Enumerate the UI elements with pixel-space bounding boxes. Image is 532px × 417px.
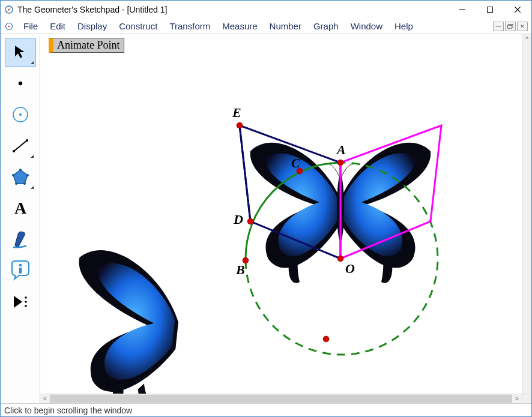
svg-line-30 bbox=[240, 125, 250, 221]
label-E: E bbox=[232, 105, 241, 120]
compass-tool[interactable] bbox=[5, 100, 36, 129]
custom-tool[interactable] bbox=[5, 287, 36, 316]
svg-point-28 bbox=[25, 305, 27, 307]
sketch-canvas[interactable]: Animate Point bbox=[40, 34, 522, 394]
window-controls bbox=[449, 1, 531, 19]
svg-rect-3 bbox=[488, 7, 493, 13]
svg-marker-16 bbox=[13, 170, 28, 184]
svg-point-18 bbox=[26, 174, 29, 176]
mdi-close-button[interactable]: ✕ bbox=[517, 22, 528, 31]
svg-point-20 bbox=[15, 182, 17, 185]
info-tool[interactable] bbox=[5, 256, 36, 285]
svg-point-14 bbox=[13, 150, 15, 152]
straightedge-tool[interactable] bbox=[5, 131, 36, 160]
svg-rect-24 bbox=[19, 268, 22, 274]
marker-tool[interactable] bbox=[5, 225, 36, 254]
svg-point-23 bbox=[19, 264, 22, 267]
svg-text:A: A bbox=[14, 199, 26, 217]
mdi-restore-button[interactable] bbox=[505, 22, 516, 31]
vertical-scrollbar[interactable]: ^ bbox=[522, 34, 531, 394]
svg-point-7 bbox=[8, 25, 10, 26]
maximize-button[interactable] bbox=[476, 1, 504, 19]
svg-point-15 bbox=[26, 139, 28, 142]
svg-point-19 bbox=[23, 182, 26, 185]
point-D bbox=[247, 218, 253, 224]
hscroll-thumb[interactable] bbox=[50, 395, 512, 403]
menu-number[interactable]: Number bbox=[264, 19, 307, 33]
svg-point-10 bbox=[18, 82, 22, 85]
statusbar: Click to begin scrolling the window bbox=[1, 403, 531, 416]
menu-help[interactable]: Help bbox=[388, 19, 419, 33]
animate-point-button[interactable]: Animate Point bbox=[49, 38, 124, 53]
menu-construct[interactable]: Construct bbox=[113, 19, 163, 33]
point-E bbox=[237, 122, 243, 128]
hscroll-track[interactable] bbox=[50, 394, 512, 403]
workarea: A Animate Point bbox=[1, 34, 531, 403]
mdi-controls: — ✕ bbox=[493, 22, 529, 31]
close-button[interactable] bbox=[504, 1, 531, 19]
menu-graph[interactable]: Graph bbox=[307, 19, 345, 33]
point-A bbox=[337, 160, 343, 166]
point-O bbox=[337, 256, 343, 262]
label-A: A bbox=[336, 142, 346, 157]
point-bottom bbox=[323, 336, 329, 342]
svg-line-13 bbox=[14, 140, 27, 151]
menu-transform[interactable]: Transform bbox=[163, 19, 216, 33]
svg-line-5 bbox=[515, 7, 521, 13]
mdi-minimize-button[interactable]: — bbox=[493, 22, 504, 31]
flyout-icon bbox=[31, 186, 34, 189]
svg-point-12 bbox=[19, 113, 22, 116]
scroll-right-icon[interactable]: > bbox=[512, 394, 522, 403]
menu-window[interactable]: Window bbox=[345, 19, 388, 33]
minimize-button[interactable] bbox=[449, 1, 476, 19]
app-icon bbox=[4, 5, 14, 14]
svg-point-17 bbox=[19, 169, 22, 171]
status-text: Click to begin scrolling the window bbox=[4, 406, 132, 415]
label-C: C bbox=[291, 155, 300, 170]
menu-display[interactable]: Display bbox=[71, 19, 113, 33]
arrow-tool[interactable] bbox=[5, 38, 36, 67]
scroll-up-icon[interactable]: ^ bbox=[522, 34, 531, 44]
svg-marker-25 bbox=[14, 296, 22, 308]
svg-point-26 bbox=[25, 296, 27, 299]
scroll-corner bbox=[522, 394, 531, 403]
svg-point-21 bbox=[12, 174, 14, 176]
menubar: File Edit Display Construct Transform Me… bbox=[1, 19, 531, 34]
flyout-icon bbox=[31, 155, 34, 158]
toolbar: A bbox=[1, 34, 40, 403]
svg-point-27 bbox=[25, 301, 27, 303]
window-title: The Geometer's Sketchpad - [Untitled 1] bbox=[17, 5, 167, 14]
horizontal-scrollbar[interactable]: < > bbox=[40, 394, 522, 403]
label-D: D bbox=[233, 212, 243, 227]
label-O: O bbox=[345, 261, 355, 276]
sketch-svg: E A C D B O bbox=[40, 34, 521, 394]
titlebar: The Geometer's Sketchpad - [Untitled 1] bbox=[1, 1, 531, 19]
polygon-tool[interactable] bbox=[5, 163, 36, 191]
menu-edit[interactable]: Edit bbox=[44, 19, 71, 33]
canvas-wrap: Animate Point bbox=[40, 34, 531, 403]
flyout-icon bbox=[31, 61, 34, 64]
document-icon bbox=[4, 22, 14, 31]
menu-file[interactable]: File bbox=[17, 19, 44, 33]
scroll-left-icon[interactable]: < bbox=[40, 394, 50, 403]
butterfly-wing-loose bbox=[64, 248, 185, 394]
point-tool[interactable] bbox=[5, 69, 36, 98]
svg-rect-9 bbox=[508, 25, 512, 28]
label-B: B bbox=[235, 262, 245, 277]
svg-line-4 bbox=[515, 7, 521, 13]
menu-measure[interactable]: Measure bbox=[216, 19, 263, 33]
text-tool[interactable]: A bbox=[5, 194, 36, 223]
